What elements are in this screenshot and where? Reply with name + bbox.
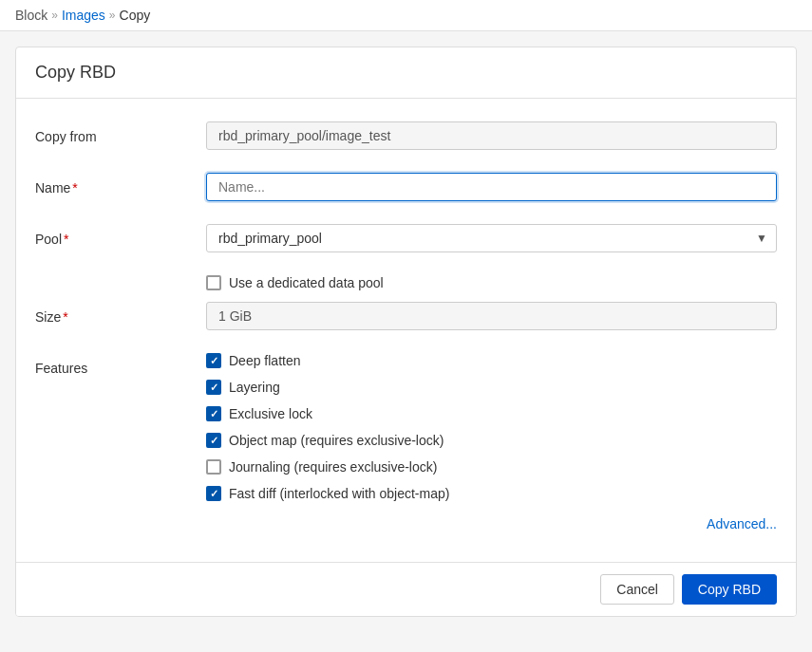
feature-layering-item[interactable]: ✓ Layering	[206, 380, 777, 395]
copy-from-group: Copy from	[35, 121, 777, 150]
breadcrumb-item-block: Block	[15, 8, 47, 23]
feature-deep-flatten-label: Deep flatten	[229, 353, 301, 368]
feature-exclusive-lock-item[interactable]: ✓ Exclusive lock	[206, 406, 777, 421]
feature-fast-diff-item[interactable]: ✓ Fast diff (interlocked with object-map…	[206, 486, 777, 501]
copy-rbd-card: Copy RBD Copy from Name*	[15, 47, 797, 617]
features-label: Features	[35, 353, 206, 376]
feature-deep-flatten-checkbox[interactable]: ✓	[206, 353, 221, 368]
size-wrapper	[206, 302, 777, 330]
pool-required: *	[64, 232, 68, 247]
features-wrapper: ✓ Deep flatten ✓ Layering	[206, 353, 777, 531]
name-wrapper	[206, 173, 777, 201]
breadcrumb: Block » Images » Copy	[0, 0, 812, 31]
copy-from-input	[206, 121, 777, 150]
pool-select-wrapper: rbd_primary_pool ▼	[206, 224, 777, 252]
card-body: Copy from Name* Pool*	[16, 99, 796, 562]
copy-from-label: Copy from	[35, 121, 206, 144]
page-container: Copy RBD Copy from Name*	[0, 31, 812, 632]
name-label: Name*	[35, 173, 206, 196]
size-label: Size*	[35, 302, 206, 325]
pool-group: Pool* rbd_primary_pool ▼	[35, 224, 777, 252]
feature-object-map-item[interactable]: ✓ Object map (requires exclusive-lock)	[206, 433, 777, 448]
feature-deep-flatten-item[interactable]: ✓ Deep flatten	[206, 353, 777, 368]
name-required: *	[72, 180, 77, 196]
feature-journaling-checkbox[interactable]	[206, 459, 221, 475]
breadcrumb-separator-2: »	[109, 9, 116, 22]
breadcrumb-current-copy: Copy	[120, 8, 151, 23]
feature-exclusive-lock-label: Exclusive lock	[229, 406, 312, 421]
size-group: Size*	[35, 302, 777, 330]
breadcrumb-link-images[interactable]: Images	[62, 8, 105, 23]
copy-from-wrapper	[206, 121, 777, 150]
copy-rbd-button[interactable]: Copy RBD	[682, 574, 777, 605]
dedicated-pool-checkbox-item[interactable]: Use a dedicated data pool	[206, 275, 777, 290]
feature-layering-checkbox[interactable]: ✓	[206, 380, 221, 395]
checkmark-icon: ✓	[210, 382, 218, 393]
feature-object-map-checkbox[interactable]: ✓	[206, 433, 221, 448]
checkmark-icon: ✓	[210, 356, 218, 366]
dedicated-pool-wrapper: Use a dedicated data pool	[206, 275, 777, 290]
card-header: Copy RBD	[16, 47, 796, 99]
feature-object-map-label: Object map (requires exclusive-lock)	[229, 433, 444, 448]
pool-select[interactable]: rbd_primary_pool	[206, 224, 777, 252]
feature-fast-diff-checkbox[interactable]: ✓	[206, 486, 221, 501]
dedicated-pool-checkbox[interactable]	[206, 275, 221, 290]
feature-journaling-label: Journaling (requires exclusive-lock)	[229, 459, 437, 475]
dedicated-pool-label: Use a dedicated data pool	[229, 275, 384, 290]
breadcrumb-label-block: Block	[15, 8, 47, 23]
feature-journaling-item[interactable]: Journaling (requires exclusive-lock)	[206, 459, 777, 475]
name-group: Name*	[35, 173, 777, 201]
card-footer: Cancel Copy RBD	[16, 562, 796, 616]
feature-layering-label: Layering	[229, 380, 280, 395]
feature-fast-diff-label: Fast diff (interlocked with object-map)	[229, 486, 449, 501]
dedicated-pool-group: Use a dedicated data pool	[35, 275, 777, 290]
breadcrumb-item-images[interactable]: Images	[62, 8, 105, 23]
pool-wrapper: rbd_primary_pool ▼	[206, 224, 777, 252]
advanced-link[interactable]: Advanced...	[707, 516, 777, 531]
advanced-link-container: Advanced...	[206, 516, 777, 531]
checkmark-icon: ✓	[210, 489, 218, 499]
breadcrumb-separator-1: »	[51, 9, 58, 22]
card-title: Copy RBD	[35, 63, 777, 83]
name-input[interactable]	[206, 173, 777, 201]
pool-label: Pool*	[35, 224, 206, 247]
size-required: *	[63, 309, 67, 325]
checkmark-icon: ✓	[210, 409, 218, 419]
feature-exclusive-lock-checkbox[interactable]: ✓	[206, 406, 221, 421]
breadcrumb-item-copy: Copy	[120, 8, 151, 23]
features-group: Features ✓ Deep flatten	[35, 353, 777, 531]
checkmark-icon: ✓	[210, 436, 218, 446]
cancel-button[interactable]: Cancel	[600, 574, 674, 605]
size-input	[206, 302, 777, 330]
features-checkbox-group: ✓ Deep flatten ✓ Layering	[206, 353, 777, 501]
dedicated-pool-spacer	[35, 275, 206, 283]
